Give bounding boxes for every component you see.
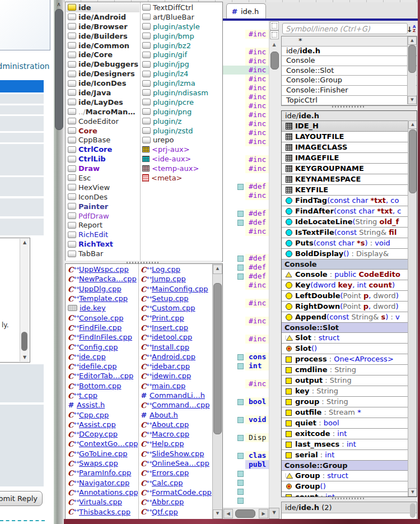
file-item[interactable]: ide.key (66, 303, 138, 313)
symbol-item[interactable]: LAYOUTFILE (282, 132, 417, 142)
quick-list-item[interactable]: Console::Slot (282, 66, 417, 76)
editor-hscrollbar[interactable]: ◀ ▶ (223, 508, 269, 518)
file-link[interactable]: Qtf.cpp (152, 508, 178, 516)
package-item[interactable]: plugin/pcre (141, 98, 221, 107)
editor-line[interactable]: #inc (223, 335, 269, 344)
editor-line[interactable]: #def (223, 263, 269, 272)
reply-textarea[interactable]: ly. ▲ ▼ (0, 238, 30, 363)
symbol-item[interactable]: IMAGEFILE (282, 153, 417, 164)
editor-line[interactable]: cons (223, 353, 269, 361)
annotation-marker-icon[interactable] (237, 453, 244, 459)
editor-line[interactable]: #def (223, 254, 269, 263)
scroll-up-arrow[interactable]: ▲ (20, 240, 29, 245)
annotation-marker-icon[interactable] (237, 489, 244, 495)
file-link[interactable]: FormatCode.cpp (152, 488, 212, 497)
file-item[interactable]: C++Calc.cpp (139, 478, 212, 488)
editor-line[interactable]: #inc (223, 191, 269, 200)
editor-line[interactable]: #def (223, 209, 269, 218)
symbol-item[interactable]: key : String (282, 386, 417, 397)
file-link[interactable]: UppDlg.cpp (79, 285, 122, 293)
table-row[interactable] (0, 198, 44, 216)
quick-list-item[interactable]: Console::Finisher (282, 86, 417, 96)
splitter-grip[interactable] (332, 106, 366, 108)
submit-reply-button[interactable]: bmit Reply (0, 491, 43, 506)
editor-line[interactable]: #inc (223, 227, 269, 236)
package-item[interactable]: ide/IconDes (66, 78, 139, 88)
symbol-search-input[interactable] (282, 23, 408, 34)
editor-line[interactable] (223, 370, 269, 379)
file-list-scrollbar[interactable]: ▲ ▼ (212, 264, 222, 520)
annotation-marker-icon[interactable] (237, 256, 244, 262)
annotation-marker-icon[interactable] (237, 220, 244, 226)
scrollbar-thumb[interactable] (235, 509, 255, 518)
file-link[interactable]: UppWspc.cpp (79, 265, 129, 273)
package-item[interactable]: CtrlLib (66, 154, 139, 164)
file-link[interactable]: Print.cpp (152, 314, 184, 322)
editor-line[interactable]: #inc (223, 164, 269, 173)
package-item[interactable]: RichEdit (66, 230, 139, 239)
file-item[interactable]: C++Config.cpp (66, 342, 138, 351)
panel-splitter[interactable] (280, 497, 418, 502)
file-link[interactable]: Calc.cpp (152, 479, 183, 487)
file-link[interactable]: Cpp.cpp (79, 411, 109, 419)
sort-button[interactable]: ↓ AZ (407, 24, 416, 35)
package-item[interactable]: Draw (66, 164, 139, 173)
symbol-item[interactable]: outfile : Stream * (282, 407, 417, 418)
scrollbar-thumb[interactable] (55, 9, 63, 130)
file-item[interactable]: C++Print.cpp (139, 313, 212, 322)
package-item[interactable]: plugin/gif (141, 50, 221, 59)
package-item[interactable]: urepo (141, 135, 221, 145)
symbol-item[interactable]: RightDown(Point p, dword) (282, 302, 417, 312)
annotation-marker-icon[interactable] (237, 184, 244, 190)
quick-list-item[interactable]: TopicCtrl (282, 96, 417, 106)
table-row[interactable] (0, 116, 44, 131)
package-item[interactable]: CppBase (66, 135, 139, 145)
browser-scrollbar[interactable]: ∧ (54, 0, 64, 524)
scroll-up-arrow[interactable]: ▲ (408, 120, 417, 129)
package-item[interactable]: HexView (66, 183, 139, 192)
package-item[interactable]: ../MacroMan… (66, 107, 139, 117)
file-item[interactable]: C++Assist.cpp (66, 420, 138, 429)
file-link[interactable]: Swaps.cpp (79, 459, 118, 467)
editor-line[interactable] (223, 388, 269, 397)
file-item[interactable]: C++Errors.cpp (139, 468, 212, 477)
package-item[interactable]: <ide-aux> (141, 154, 221, 164)
table-row[interactable] (0, 94, 44, 104)
package-item[interactable]: ide (66, 3, 139, 12)
editor-line[interactable]: #inc (223, 299, 269, 308)
file-item[interactable]: C++idetool.cpp (139, 332, 212, 342)
file-link[interactable]: Abbr.cpp (152, 498, 184, 506)
annotation-marker-icon[interactable] (237, 273, 244, 280)
editor-line[interactable] (223, 290, 269, 299)
editor-line[interactable] (223, 200, 269, 209)
editor-line[interactable] (223, 173, 269, 182)
symbol-item[interactable]: IMAGECLASS (282, 142, 417, 153)
file-link[interactable]: ide.key (80, 304, 106, 312)
file-item[interactable]: C++UppDlg.cpp (66, 284, 138, 294)
symbol-item[interactable]: IDE_H (282, 121, 417, 132)
annotation-marker-icon[interactable] (237, 417, 244, 423)
file-link[interactable]: FindFile.cpp (79, 323, 122, 332)
file-item[interactable]: C++Install.cpp (139, 342, 212, 351)
file-item[interactable]: C++ContextGo…cpp (66, 439, 138, 448)
editor-line[interactable] (223, 478, 269, 487)
file-link[interactable]: Thisbacks.cpp (79, 508, 130, 516)
file-item[interactable]: C++Thisbacks.cpp (66, 507, 138, 516)
package-item[interactable]: <prj-aux> (141, 145, 221, 154)
table-row[interactable] (0, 219, 44, 235)
file-link[interactable]: Insert.cpp (152, 323, 188, 332)
file-item[interactable]: C++idebar.cpp (139, 361, 212, 371)
editor-line[interactable]: #inc (223, 110, 269, 119)
package-item[interactable]: art/BlueBar (141, 12, 221, 22)
symbol-item[interactable]: Puts(const char *s) : void (282, 238, 417, 249)
quick-list-item[interactable]: * (282, 36, 417, 47)
split-horizontal-button[interactable] (270, 21, 279, 30)
file-link[interactable]: Custom.cpp (152, 304, 195, 312)
file-link[interactable]: MainConfig.cpp (152, 285, 208, 293)
package-item[interactable]: ide/Common (66, 41, 139, 50)
annotation-marker-icon[interactable] (237, 399, 244, 405)
file-item[interactable]: C++SlideShow.cpp (139, 449, 212, 458)
file-link[interactable]: idefile.cpp (79, 362, 116, 370)
editor-line[interactable]: #inc (223, 75, 269, 84)
file-item[interactable]: C++idewin.cpp (139, 371, 212, 381)
